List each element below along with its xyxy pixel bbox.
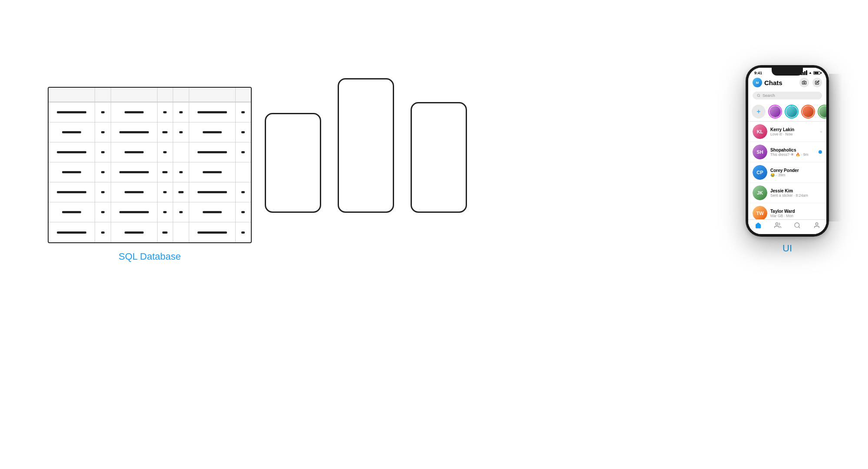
chat-item-jessie-kim[interactable]: JK Jessie Kim Sent a sticker · 8:24am (748, 183, 826, 203)
col-header-7 (236, 88, 251, 102)
chat-preview-taylor-ward: Mar GB · Mon (770, 214, 819, 218)
col-header-6 (189, 88, 236, 102)
iphone-notch (772, 68, 803, 76)
svg-point-6 (815, 223, 818, 225)
avatar-kerry-lakin: KL (753, 124, 767, 139)
chat-list: KL Kerry Lakin Love it! · Now ○ SH (748, 122, 826, 234)
wireframe-phone-small (265, 113, 321, 213)
table-row (49, 102, 251, 122)
status-time: 9:41 (754, 71, 762, 75)
nav-home[interactable] (755, 222, 762, 231)
chat-name-taylor-ward: Taylor Ward (770, 209, 819, 214)
avatar-jessie-kim: JK (753, 185, 767, 200)
story-avatar-3[interactable] (801, 105, 815, 119)
chat-info-shopaholics: Shopaholics This dress? 👁 🔥 · 9m (770, 148, 815, 157)
chat-name-kerry-lakin: Kerry Lakin (770, 127, 817, 132)
chat-preview-corey-ponder: 😂 · 39m (770, 173, 819, 177)
signal-bar-4 (806, 70, 807, 75)
wireframe-phone-medium (411, 102, 467, 213)
avatar-shopaholics: SH (753, 145, 767, 159)
header-icons (799, 78, 822, 87)
ui-section: 9:41 ▲ M Cha (746, 65, 829, 254)
chat-info-taylor-ward: Taylor Ward Mar GB · Mon (770, 209, 819, 218)
database-table (48, 87, 252, 243)
bottom-nav (748, 219, 826, 234)
col-header-4 (158, 88, 174, 102)
chat-name-jessie-kim: Jessie Kim (770, 188, 819, 193)
iphone-screen: 9:41 ▲ M Cha (748, 68, 826, 234)
nav-people[interactable] (774, 222, 781, 231)
chat-preview-shopaholics: This dress? 👁 🔥 · 9m (770, 152, 815, 157)
svg-line-5 (799, 227, 800, 228)
search-placeholder: Search (763, 93, 775, 98)
chat-preview-jessie-kim: Sent a sticker · 8:24am (770, 193, 819, 198)
chat-item-corey-ponder[interactable]: CP Corey Ponder 😂 · 39m (748, 162, 826, 183)
nav-discover[interactable] (794, 222, 801, 231)
svg-point-0 (803, 82, 805, 83)
svg-point-1 (757, 94, 760, 96)
col-header-3 (111, 88, 158, 102)
wifi-icon: ▲ (809, 71, 812, 75)
battery-icon (813, 71, 820, 75)
story-avatar-4[interactable] (818, 105, 826, 119)
table-row (49, 162, 251, 182)
search-icon (757, 94, 760, 97)
chat-item-shopaholics[interactable]: SH Shopaholics This dress? 👁 🔥 · 9m (748, 142, 826, 162)
chat-info-kerry-lakin: Kerry Lakin Love it! · Now (770, 127, 817, 136)
table-row (49, 122, 251, 142)
nav-profile[interactable] (813, 222, 820, 231)
camera-button[interactable] (799, 78, 809, 87)
battery-fill (814, 72, 819, 74)
wireframes-section (265, 78, 467, 213)
svg-point-3 (776, 223, 778, 225)
story-row: + (748, 102, 826, 122)
search-bar: Search (748, 90, 826, 102)
header-title: Chats (764, 79, 783, 86)
header-left: M Chats (753, 78, 783, 87)
chat-preview-kerry-lakin: Love it! · Now (770, 132, 817, 136)
table-row (49, 202, 251, 222)
read-check-kerry-lakin: ○ (820, 130, 822, 134)
wireframe-phone-tall (338, 78, 394, 213)
edit-button[interactable] (812, 78, 822, 87)
chat-name-corey-ponder: Corey Ponder (770, 168, 819, 173)
table-row (49, 142, 251, 162)
chat-info-jessie-kim: Jessie Kim Sent a sticker · 8:24am (770, 188, 819, 198)
svg-point-4 (795, 223, 799, 228)
header-avatar: M (753, 78, 762, 87)
iphone-device: 9:41 ▲ M Cha (746, 65, 829, 237)
avatar-corey-ponder: CP (753, 165, 767, 180)
signal-bar-2 (802, 72, 804, 75)
signal-bar-3 (804, 71, 806, 75)
story-avatar-2[interactable] (785, 105, 799, 119)
table-row (49, 222, 251, 242)
col-header-2 (95, 88, 111, 102)
add-story-button[interactable]: + (752, 105, 766, 119)
search-input-box[interactable]: Search (753, 92, 822, 99)
chat-meta-kerry-lakin: ○ (820, 130, 822, 134)
svg-line-2 (760, 96, 760, 97)
col-header-5 (173, 88, 189, 102)
messenger-header: M Chats (748, 76, 826, 90)
col-header-1 (49, 88, 95, 102)
chat-item-kerry-lakin[interactable]: KL Kerry Lakin Love it! · Now ○ (748, 122, 826, 142)
phone-shadow (829, 74, 842, 221)
chat-name-shopaholics: Shopaholics (770, 148, 815, 152)
table-header-row (49, 88, 251, 102)
chat-info-corey-ponder: Corey Ponder 😂 · 39m (770, 168, 819, 177)
sql-label: SQL Database (48, 251, 252, 262)
avatar-taylor-ward: TW (753, 206, 767, 221)
sql-section: SQL Database (48, 87, 252, 262)
ui-label: UI (783, 243, 792, 254)
chat-meta-shopaholics (819, 150, 822, 154)
table-row (49, 182, 251, 202)
unread-badge-shopaholics (819, 150, 822, 154)
status-icons: ▲ (801, 70, 820, 75)
story-avatar-1[interactable] (768, 105, 782, 119)
